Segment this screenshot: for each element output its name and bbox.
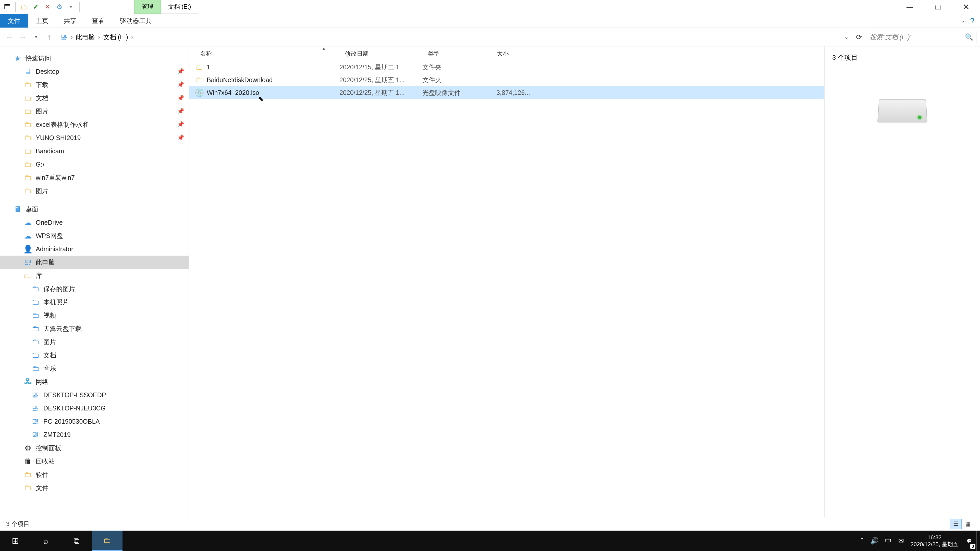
chevron-right-icon[interactable]: › (98, 33, 100, 41)
column-type[interactable]: 类型 (422, 50, 491, 58)
breadcrumb-segment[interactable]: 文档 (E:) (102, 33, 130, 41)
tree-item[interactable]: ★快速访问 (0, 52, 189, 65)
app-icon[interactable]: 🗔 (3, 2, 12, 12)
tree-item[interactable]: 🗀保存的图片 (0, 282, 189, 295)
tree-item-label: DESKTOP-LSSOEDP (43, 391, 106, 399)
history-dropdown[interactable]: ▾ (30, 31, 42, 43)
tree-item[interactable]: 🗀文档 (0, 348, 189, 362)
close-button[interactable]: ✕ (952, 0, 980, 14)
details-view-button[interactable]: ☰ (950, 519, 962, 529)
tree-item[interactable]: 🖳ZMT2019 (0, 428, 189, 441)
tree-item[interactable]: 🖥Desktop📌 (0, 65, 189, 78)
tree-item[interactable]: 🗀天翼云盘下载 (0, 322, 189, 335)
tree-item[interactable]: 🗀本机照片 (0, 295, 189, 309)
column-size[interactable]: 大小 (491, 50, 535, 58)
tree-item[interactable]: 🗀G:\ (0, 158, 189, 171)
tree-item[interactable]: ☁WPS网盘 (0, 229, 189, 242)
back-button[interactable]: ← (3, 31, 15, 43)
mail-icon[interactable]: ✉ (898, 537, 904, 545)
tree-item[interactable]: 🗀图片 (0, 335, 189, 348)
ribbon-tab[interactable]: 主页 (28, 14, 56, 27)
file-row[interactable]: 🗀BaiduNetdiskDownload2020/12/25, 星期五 1..… (189, 73, 824, 86)
column-name[interactable]: 名称 (189, 50, 339, 58)
tree-item[interactable]: 👤Administrator (0, 242, 189, 256)
breadcrumb-segment[interactable]: 此电脑 (74, 33, 97, 41)
ribbon-tab[interactable]: 文件 (0, 14, 28, 27)
thumbnails-view-button[interactable]: ▦ (962, 519, 974, 529)
search-icon[interactable]: 🔍 (965, 33, 973, 41)
box-icon: 🗀 (30, 297, 40, 307)
tree-item[interactable]: 🖳此电脑 (0, 256, 189, 269)
tree-item[interactable]: 🖳DESKTOP-NJEU3CG (0, 402, 189, 415)
search-box[interactable]: 🔍 (867, 30, 977, 43)
search-input[interactable] (870, 33, 962, 41)
tree-item[interactable]: 🗀文档📌 (0, 91, 189, 105)
navigation-tree[interactable]: ★快速访问🖥Desktop📌🗀下载📌🗀文档📌🗀图片📌🗀excel表格制作求和📌🗀… (0, 46, 189, 517)
lib-icon: 🗃 (23, 271, 33, 280)
tree-item[interactable]: 🗀Bandicam (0, 144, 189, 158)
explorer-taskbar-button[interactable]: 🗀 (92, 530, 123, 551)
pin-icon: 📌 (177, 81, 184, 88)
tree-item[interactable]: 🗀音乐 (0, 362, 189, 375)
tree-item[interactable]: 🗀图片 (0, 184, 189, 197)
tray-overflow-icon[interactable]: ˄ (860, 537, 864, 545)
tree-item[interactable]: ⚙控制面板 (0, 441, 189, 454)
tree-item[interactable]: ☁OneDrive (0, 216, 189, 229)
tree-item-label: 文档 (36, 94, 48, 102)
clock-date: 2020/12/25, 星期五 (911, 541, 959, 548)
file-row[interactable]: 🗀12020/12/15, 星期二 1...文件夹 (189, 61, 824, 73)
maximize-button[interactable]: ▢ (924, 0, 952, 14)
refresh-button[interactable]: ⟳ (853, 30, 865, 43)
file-row[interactable]: 💿Win7x64_2020.iso2020/12/25, 星期五 1...光盘映… (189, 86, 824, 99)
tree-item[interactable]: 🖥桌面 (0, 203, 189, 216)
ribbon-tab[interactable]: 查看 (84, 14, 112, 27)
task-view-button[interactable]: ⧉ (61, 530, 92, 551)
file-date: 2020/12/25, 星期五 1... (339, 76, 422, 84)
search-button[interactable]: ⌕ (30, 530, 61, 551)
up-button[interactable]: ↑ (43, 31, 55, 43)
titlebar: 🗔 🗀 ✔ ✕ ⚙ ▾ 管理 文档 (E:) — ▢ ✕ (0, 0, 980, 14)
minimize-button[interactable]: — (896, 0, 924, 14)
tree-item[interactable]: 🗀YUNQISHI2019📌 (0, 131, 189, 144)
tree-item[interactable]: 🗀win7重装win7 (0, 171, 189, 184)
contextual-tab[interactable]: 管理 (134, 0, 161, 14)
breadcrumb[interactable]: 🖳 › 此电脑 › 文档 (E:) › (57, 30, 840, 43)
chevron-right-icon[interactable]: › (71, 33, 73, 41)
ribbon-tab[interactable]: 驱动器工具 (112, 14, 159, 27)
taskbar-clock[interactable]: 16:32 2020/12/25, 星期五 (907, 530, 962, 551)
props-icon[interactable]: ⚙ (54, 2, 64, 12)
tree-item[interactable]: 🖧网络 (0, 375, 189, 388)
check-icon[interactable]: ✔ (31, 2, 41, 12)
address-bar: ← → ▾ ↑ 🖳 › 此电脑 › 文档 (E:) › ⌄ ⟳ 🔍 (0, 28, 980, 46)
tree-item[interactable]: 🗀文件 (0, 481, 189, 494)
tree-item[interactable]: 🗀视频 (0, 309, 189, 322)
tree-item[interactable]: 🖳DESKTOP-LSSOEDP (0, 388, 189, 402)
file-name: Win7x64_2020.iso (207, 89, 259, 97)
address-dropdown[interactable]: ⌄ (842, 34, 851, 40)
star-icon: ★ (13, 53, 22, 63)
tree-item[interactable]: 🗑回收站 (0, 454, 189, 468)
tree-item-label: DESKTOP-NJEU3CG (43, 405, 106, 412)
tree-item[interactable]: 🗀excel表格制作求和📌 (0, 118, 189, 131)
qat-dropdown-icon[interactable]: ▾ (66, 2, 76, 12)
help-icon[interactable]: ? (970, 16, 974, 25)
tree-item[interactable]: 🗃库 (0, 269, 189, 282)
tree-item[interactable]: 🗀图片📌 (0, 105, 189, 118)
forward-button[interactable]: → (17, 31, 29, 43)
tree-item-label: 快速访问 (25, 54, 51, 62)
tree-item[interactable]: 🖳PC-20190530OBLA (0, 415, 189, 428)
action-center-button[interactable]: 💬 3 (962, 530, 977, 551)
tree-item[interactable]: 🗀软件 (0, 468, 189, 481)
column-date[interactable]: 修改日期 (339, 50, 422, 58)
open-folder-icon[interactable]: 🗀 (19, 2, 29, 12)
volume-icon[interactable]: 🔊 (870, 537, 878, 545)
ime-indicator[interactable]: 中 (885, 537, 892, 545)
tree-item-label: G:\ (36, 161, 44, 168)
start-button[interactable]: ⊞ (0, 530, 30, 551)
close-icon[interactable]: ✕ (43, 2, 52, 12)
tree-item[interactable]: 🗀下载📌 (0, 78, 189, 91)
ribbon-tab[interactable]: 共享 (56, 14, 84, 27)
chevron-right-icon[interactable]: › (131, 33, 133, 41)
expand-ribbon-icon[interactable]: ⌄ (960, 17, 965, 24)
show-desktop-button[interactable] (977, 530, 980, 551)
